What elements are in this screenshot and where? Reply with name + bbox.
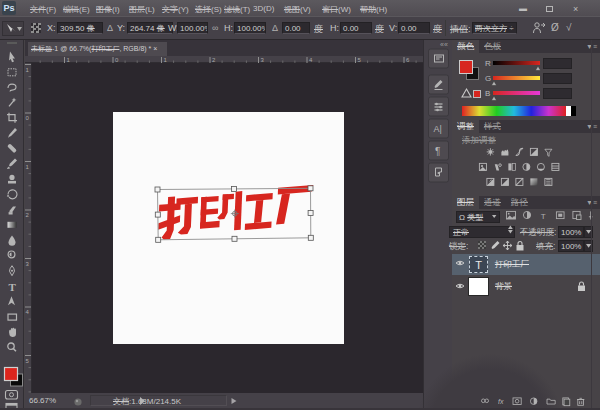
svg-text:6: 6	[406, 57, 410, 63]
svg-text:1: 1	[26, 164, 30, 170]
svg-text:0: 0	[26, 115, 30, 121]
svg-text:5: 5	[26, 358, 30, 364]
svg-text:1: 1	[26, 67, 30, 73]
svg-text:A|: A|	[434, 124, 442, 134]
svg-text:1: 1	[67, 57, 71, 63]
svg-text:¶: ¶	[435, 146, 440, 157]
svg-text:3: 3	[261, 57, 265, 63]
svg-text:T: T	[9, 281, 17, 293]
svg-text:««: ««	[440, 41, 448, 48]
svg-text:5: 5	[358, 57, 362, 63]
svg-text:2: 2	[212, 57, 216, 63]
svg-text:fx: fx	[498, 398, 504, 405]
svg-text:T: T	[541, 212, 546, 221]
svg-text:2: 2	[26, 212, 30, 218]
svg-text:1: 1	[164, 57, 168, 63]
svg-text:0: 0	[115, 57, 119, 63]
svg-text:3: 3	[26, 261, 30, 267]
svg-text:4: 4	[309, 57, 313, 63]
svg-text:4: 4	[26, 309, 30, 315]
